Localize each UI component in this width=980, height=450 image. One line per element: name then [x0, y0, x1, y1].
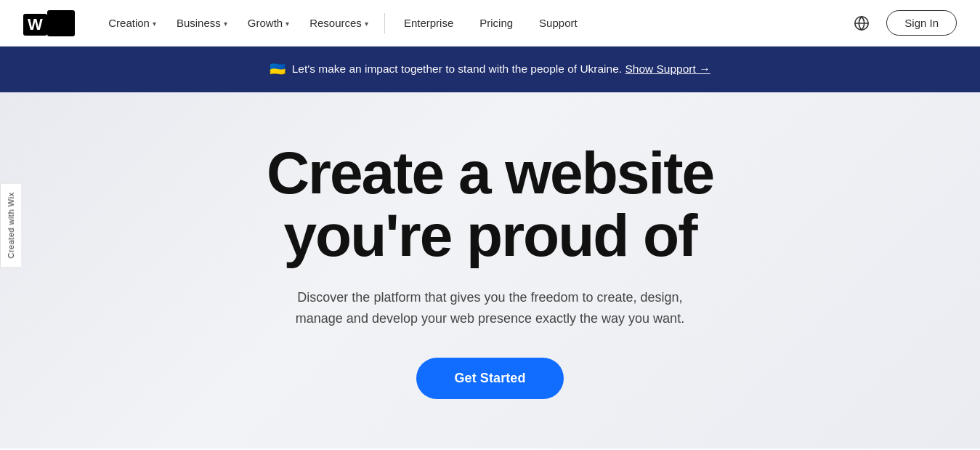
nav-right: Sign In	[849, 10, 957, 36]
nav-item-pricing[interactable]: Pricing	[466, 0, 526, 47]
nav-item-business[interactable]: Business ▾	[166, 0, 238, 47]
hero-subtitle: Discover the platform that gives you the…	[272, 287, 708, 329]
hero-title: Create a website you're proud of	[267, 142, 713, 267]
show-support-link[interactable]: Show Support →	[625, 63, 710, 75]
get-started-label: Get Started	[454, 371, 525, 385]
nav-label-pricing: Pricing	[479, 17, 513, 29]
navbar: WiX Creation ▾ Business ▾ Growth ▾ Resou…	[0, 0, 980, 47]
nav-label-resources: Resources	[309, 17, 362, 29]
hero-title-line1: Create a website	[267, 140, 713, 206]
nav-item-resources[interactable]: Resources ▾	[299, 0, 378, 47]
globe-icon	[854, 15, 870, 31]
get-started-button[interactable]: Get Started	[416, 358, 563, 399]
nav-label-enterprise: Enterprise	[404, 17, 453, 29]
hero-title-line2: you're proud of	[283, 202, 696, 268]
show-support-label: Show Support	[625, 63, 695, 75]
banner-text: Let's make an impact together to stand w…	[292, 63, 622, 75]
ukraine-support-banner: 🇺🇦 Let's make an impact together to stan…	[0, 47, 980, 92]
ukraine-flag-icon: 🇺🇦	[270, 62, 286, 76]
side-label-text: Created with Wix	[7, 192, 15, 258]
nav-divider	[384, 13, 385, 33]
sign-in-button[interactable]: Sign In	[886, 10, 957, 36]
banner-arrow-icon: →	[699, 63, 710, 75]
nav-item-enterprise[interactable]: Enterprise	[391, 0, 466, 47]
hero-content: Create a website you're proud of Discove…	[267, 142, 713, 400]
nav-label-growth: Growth	[248, 17, 283, 29]
nav-item-support[interactable]: Support	[526, 0, 591, 47]
sign-in-label: Sign In	[904, 17, 939, 29]
wix-logo[interactable]: WiX	[23, 10, 75, 36]
nav-label-creation: Creation	[108, 17, 150, 29]
nav-label-support: Support	[539, 17, 578, 29]
hero-subtitle-text: Discover the platform that gives you the…	[296, 290, 684, 326]
nav-item-creation[interactable]: Creation ▾	[98, 0, 166, 47]
created-with-wix-label[interactable]: Created with Wix	[0, 182, 21, 268]
language-selector-button[interactable]	[849, 10, 875, 36]
chevron-down-icon: ▾	[224, 20, 227, 28]
chevron-down-icon: ▾	[286, 20, 289, 28]
chevron-down-icon: ▾	[365, 20, 368, 28]
nav-item-growth[interactable]: Growth ▾	[238, 0, 299, 47]
hero-section: Create a website you're proud of Discove…	[0, 92, 980, 449]
chevron-down-icon: ▾	[153, 20, 156, 28]
nav-links-primary: Creation ▾ Business ▾ Growth ▾ Resources…	[98, 0, 849, 47]
nav-label-business: Business	[177, 17, 221, 29]
